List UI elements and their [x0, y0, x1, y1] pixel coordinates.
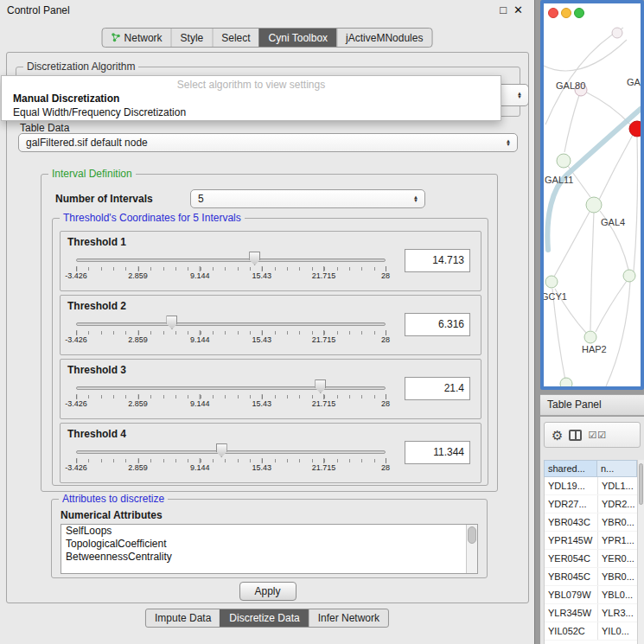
table-cell-shared-name[interactable]: YPR145W [545, 532, 598, 549]
number-of-intervals-value: 5 [191, 193, 410, 205]
table-cell-name[interactable]: YDR2... [598, 495, 636, 513]
close-icon[interactable]: ✕ [513, 3, 523, 16]
network-canvas[interactable]: GAL80 GA GAL11 GAL4 GCY1 HAP2 [544, 3, 641, 386]
threshold-value-field[interactable]: 21.4 [405, 377, 470, 400]
table-cell-name[interactable]: YPR1... [598, 532, 636, 549]
group-title: Discretization Algorithm [23, 61, 138, 73]
tab-jactivemnodules[interactable]: jActiveMNodules [336, 29, 431, 47]
group-title: Attributes to discretize [59, 493, 168, 505]
table-row[interactable]: YDR27... YDR2... [545, 495, 637, 513]
table-row[interactable]: YPR145W YPR1... [545, 532, 637, 550]
table-panel: ⚙ ☑☑ shared... n... YDL19... YDL1... YDR… [540, 417, 644, 644]
dropdown-option-manual-discretization[interactable]: Manual Discretization [2, 92, 501, 105]
tab-network[interactable]: Network [103, 29, 171, 47]
mac-minimize-icon[interactable] [562, 9, 571, 18]
network-node[interactable] [557, 154, 571, 168]
checkbox-icons[interactable]: ☑☑ [588, 430, 607, 441]
table-cell-name[interactable]: YBR0... [598, 568, 636, 585]
tab-style[interactable]: Style [171, 29, 213, 47]
tab-label: Cyni Toolbox [269, 32, 328, 44]
list-scrollbar[interactable] [466, 525, 477, 573]
mac-zoom-icon[interactable] [575, 9, 584, 18]
tab-label: jActiveMNodules [346, 32, 423, 44]
number-of-intervals-label: Number of Intervals [55, 193, 153, 205]
network-node[interactable] [586, 197, 602, 213]
table-row[interactable]: YBR043C YBR0... [545, 513, 637, 532]
threshold-slider[interactable]: -3.4262.8599.14415.4321.71528 [61, 296, 399, 356]
column-header-shared-name[interactable]: shared... [544, 460, 597, 477]
network-node[interactable] [560, 378, 572, 386]
table-cell-shared-name[interactable]: YER054C [545, 550, 598, 567]
slider-tick-label: 2.859 [128, 335, 148, 344]
table-row[interactable]: YER054C YER0... [545, 550, 637, 568]
combo-arrows-icon: ▲▼ [513, 92, 526, 99]
table-cell-name[interactable]: YIL0... [598, 622, 636, 640]
network-node[interactable] [612, 28, 622, 38]
table-scrollbar[interactable] [637, 460, 644, 644]
threshold-slider[interactable]: -3.4262.8599.14415.4321.71528 [61, 360, 399, 420]
threshold-value-field[interactable]: 14.713 [405, 249, 470, 272]
numerical-attributes-list: SelfLoops TopologicalCoefficient Between… [61, 524, 478, 574]
columns-icon[interactable] [569, 430, 582, 441]
dropdown-option-equal-width-frequency[interactable]: Equal Width/Frequency Discretization [2, 105, 501, 119]
slider-tick-label: 21.715 [312, 399, 336, 408]
table-cell-name[interactable]: YLR3... [598, 604, 636, 622]
table-data-select[interactable]: galFiltered.sif default node ▲▼ [18, 133, 518, 152]
network-view[interactable]: GAL80 GA GAL11 GAL4 GCY1 HAP2 [540, 0, 644, 390]
table-toolbar: ⚙ ☑☑ [544, 422, 641, 448]
table-cell-name[interactable]: YBR0... [598, 513, 636, 531]
node-label: GCY1 [544, 291, 567, 302]
scrollbar-thumb[interactable] [639, 463, 643, 505]
table-cell-shared-name[interactable]: YDR27... [545, 495, 598, 513]
threshold-value-field[interactable]: 6.316 [405, 313, 470, 336]
node-label: HAP2 [582, 344, 607, 354]
table-cell-shared-name[interactable]: YLR345W [545, 604, 598, 622]
table-row[interactable]: YBR045C YBR0... [545, 568, 637, 586]
slider-tick-label: -3.426 [65, 335, 87, 344]
table-row[interactable]: YLR345W YLR3... [545, 604, 637, 622]
list-item[interactable]: BetweennessCentrality [61, 551, 477, 564]
network-node-selected[interactable] [629, 121, 641, 137]
threshold-slider[interactable]: -3.4262.8599.14415.4321.71528 [61, 424, 399, 484]
tab-cyni-toolbox[interactable]: Cyni Toolbox [259, 29, 336, 47]
cyni-toolbox-panel: Discretization Algorithm ▲▼ Select algor… [6, 52, 529, 603]
tab-select[interactable]: Select [212, 29, 258, 47]
table-cell-name[interactable]: YER0... [598, 550, 636, 567]
apply-button[interactable]: Apply [239, 582, 296, 601]
number-of-intervals-select[interactable]: 5 ▲▼ [190, 189, 425, 208]
control-panel-tabbar: Network Style Select Cyni Toolbox jActiv… [102, 28, 433, 48]
tab-label: Discretize Data [229, 612, 299, 624]
table-cell-name[interactable]: YBL0... [598, 586, 636, 603]
list-item[interactable]: SelfLoops [61, 525, 477, 538]
scrollbar-thumb[interactable] [468, 526, 476, 544]
slider-tick-label: -3.426 [65, 399, 87, 408]
mac-close-icon[interactable] [549, 9, 558, 18]
slider-tick-label: 9.144 [190, 463, 210, 472]
network-node[interactable] [584, 331, 596, 343]
tab-discretize-data[interactable]: Discretize Data [220, 609, 308, 627]
network-node[interactable] [545, 276, 558, 288]
tab-impute-data[interactable]: Impute Data [146, 609, 220, 627]
float-window-icon[interactable]: □ [500, 3, 507, 16]
table-cell-shared-name[interactable]: YIL052C [545, 622, 598, 640]
table-row[interactable]: YIL052C YIL0... [545, 622, 637, 641]
threshold-panel: Threshold 2 -3.4262.8599.14415.4321.7152… [60, 295, 481, 355]
table-cell-shared-name[interactable]: YBR045C [545, 568, 598, 585]
table-cell-shared-name[interactable]: YBL079W [545, 586, 598, 603]
column-header-name[interactable]: n... [597, 460, 637, 477]
table-cell-shared-name[interactable]: YBR043C [545, 513, 598, 531]
window-title: Control Panel [7, 4, 70, 16]
tab-infer-network[interactable]: Infer Network [309, 609, 388, 627]
table-cell-name[interactable]: YDL1... [598, 477, 636, 494]
threshold-value-field[interactable]: 11.344 [405, 441, 470, 464]
table-cell-shared-name[interactable]: YDL19... [545, 477, 598, 494]
threshold-slider[interactable]: -3.4262.8599.14415.4321.71528 [61, 232, 399, 292]
slider-tick-label: 28 [381, 399, 390, 408]
table-row[interactable]: YBL079W YBL0... [545, 586, 637, 604]
attributes-to-discretize-group: Attributes to discretize Numerical Attri… [51, 499, 488, 578]
network-node[interactable] [623, 270, 635, 282]
list-item[interactable]: TopologicalCoefficient [61, 538, 477, 551]
gear-icon[interactable]: ⚙ [552, 429, 563, 442]
table-row[interactable]: YDL19... YDL1... [545, 477, 637, 495]
node-label-partial: GA [627, 77, 641, 87]
